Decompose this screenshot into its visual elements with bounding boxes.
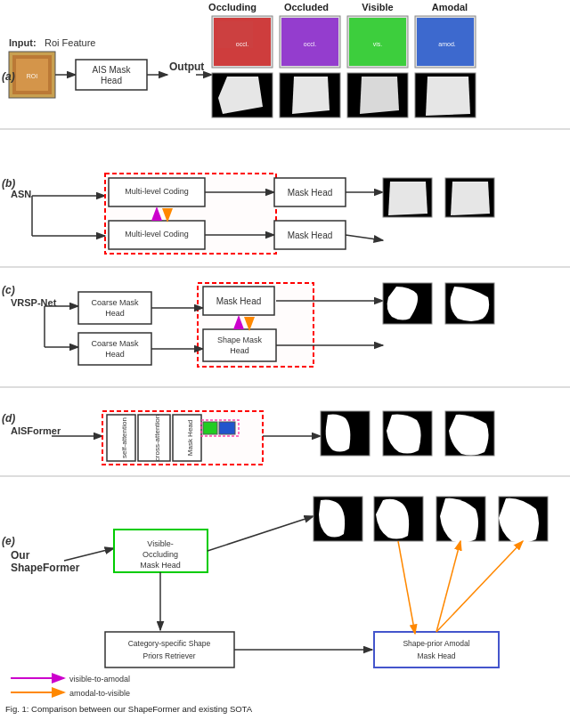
- svg-text:(e): (e): [2, 535, 15, 547]
- svg-rect-126: [374, 632, 499, 667]
- svg-rect-101: [203, 422, 217, 434]
- svg-rect-88: [383, 283, 432, 324]
- svg-text:ASN: ASN: [11, 189, 31, 199]
- svg-text:Shape-prior Amodal: Shape-prior Amodal: [403, 639, 469, 648]
- svg-rect-97: [138, 415, 170, 461]
- svg-rect-99: [173, 415, 201, 461]
- svg-text:Fig. 1: Comparison between our: Fig. 1: Comparison between our ShapeForm…: [5, 704, 253, 714]
- svg-text:Input:: Input:: [9, 37, 37, 48]
- svg-rect-62: [445, 178, 494, 217]
- svg-text:Visible: Visible: [362, 2, 393, 12]
- svg-rect-105: [321, 411, 370, 456]
- svg-rect-8: [16, 59, 48, 91]
- svg-text:Mask Head: Mask Head: [288, 231, 333, 240]
- svg-rect-94: [102, 411, 263, 465]
- svg-line-132: [398, 541, 415, 634]
- svg-line-59: [346, 235, 383, 240]
- svg-text:Shape Mask: Shape Mask: [217, 336, 263, 344]
- svg-rect-11: [76, 60, 147, 90]
- svg-line-118: [208, 516, 314, 551]
- svg-text:Occluded: Occluded: [284, 2, 329, 12]
- svg-text:Mask Head: Mask Head: [216, 296, 262, 306]
- svg-rect-23: [281, 18, 338, 66]
- svg-rect-89: [445, 283, 494, 324]
- svg-rect-48: [109, 221, 205, 249]
- svg-rect-119: [314, 497, 362, 541]
- svg-text:Mask Head: Mask Head: [288, 188, 333, 198]
- svg-rect-26: [349, 18, 406, 66]
- svg-text:Mask Head: Mask Head: [418, 651, 456, 660]
- svg-rect-103: [201, 420, 239, 436]
- svg-text:Coarse Mask: Coarse Mask: [91, 339, 139, 348]
- svg-rect-120: [374, 497, 423, 541]
- svg-rect-113: [114, 530, 208, 572]
- svg-text:Mask Head: Mask Head: [140, 561, 181, 570]
- svg-rect-46: [109, 178, 205, 206]
- svg-text:Head: Head: [230, 346, 249, 355]
- svg-text:vis.: vis.: [373, 41, 383, 47]
- svg-text:Category-specific Shape: Category-specific Shape: [128, 639, 211, 648]
- svg-text:visible-to-amodal: visible-to-amodal: [69, 675, 130, 684]
- svg-text:Head: Head: [101, 76, 122, 85]
- svg-rect-18: [212, 16, 273, 68]
- svg-rect-29: [417, 18, 474, 66]
- diagram-svg: Occluding Occluded Visible Amodal Input:…: [0, 0, 570, 728]
- svg-text:occl.: occl.: [304, 41, 316, 47]
- svg-line-112: [64, 548, 114, 561]
- svg-rect-122: [499, 497, 548, 541]
- svg-text:Occluding: Occluding: [142, 550, 178, 559]
- svg-text:Amodal: Amodal: [432, 2, 468, 12]
- page-container: { "title": "Comparison between ShapeForm…: [0, 0, 570, 728]
- svg-text:Output: Output: [169, 61, 204, 73]
- svg-rect-73: [78, 333, 151, 365]
- svg-text:Multi-level Coding: Multi-level Coding: [125, 230, 189, 239]
- svg-rect-123: [105, 632, 234, 667]
- svg-text:Our: Our: [11, 549, 30, 562]
- svg-rect-106: [383, 411, 432, 456]
- svg-text:Priors Retriever: Priors Retriever: [142, 651, 195, 660]
- svg-text:amod.: amod.: [438, 41, 456, 47]
- svg-text:cross-attention: cross-attention: [153, 415, 161, 461]
- svg-marker-38: [426, 77, 470, 116]
- svg-rect-45: [105, 174, 276, 254]
- svg-rect-95: [107, 415, 135, 461]
- svg-rect-33: [280, 73, 340, 117]
- svg-rect-7: [12, 55, 52, 94]
- svg-text:occl.: occl.: [236, 41, 248, 47]
- svg-rect-54: [274, 178, 346, 206]
- svg-text:VRSP-Net: VRSP-Net: [11, 297, 57, 308]
- svg-text:amodal-to-visible: amodal-to-visible: [69, 689, 130, 698]
- svg-rect-60: [383, 178, 432, 217]
- svg-rect-37: [415, 73, 476, 117]
- svg-marker-36: [360, 77, 399, 114]
- svg-marker-34: [292, 77, 330, 114]
- svg-rect-35: [347, 73, 408, 117]
- svg-line-131: [436, 541, 523, 632]
- svg-rect-20: [217, 21, 253, 48]
- svg-marker-61: [388, 182, 428, 215]
- svg-rect-102: [219, 422, 235, 434]
- svg-rect-56: [274, 221, 346, 249]
- svg-marker-63: [451, 182, 490, 215]
- svg-text:Head: Head: [105, 350, 125, 359]
- svg-rect-76: [198, 283, 314, 367]
- svg-rect-31: [212, 73, 273, 117]
- svg-text:Mask Head: Mask Head: [186, 420, 194, 456]
- svg-text:ROI: ROI: [27, 73, 38, 79]
- svg-rect-22: [280, 16, 340, 68]
- svg-text:self-attention: self-attention: [120, 417, 128, 458]
- svg-text:AIS Mask: AIS Mask: [93, 65, 132, 75]
- svg-text:Head: Head: [105, 309, 125, 318]
- svg-rect-6: [9, 52, 55, 98]
- svg-rect-107: [445, 411, 494, 456]
- svg-rect-28: [415, 16, 476, 68]
- svg-rect-121: [436, 497, 485, 541]
- svg-rect-25: [347, 16, 408, 68]
- svg-line-130: [436, 541, 460, 632]
- svg-text:Coarse Mask: Coarse Mask: [91, 298, 139, 307]
- svg-text:(a): (a): [2, 70, 15, 83]
- svg-text:(b): (b): [2, 177, 15, 190]
- svg-text:AISFormer: AISFormer: [11, 425, 61, 436]
- svg-text:Multi-level Coding: Multi-level Coding: [125, 187, 189, 196]
- svg-rect-81: [203, 329, 276, 361]
